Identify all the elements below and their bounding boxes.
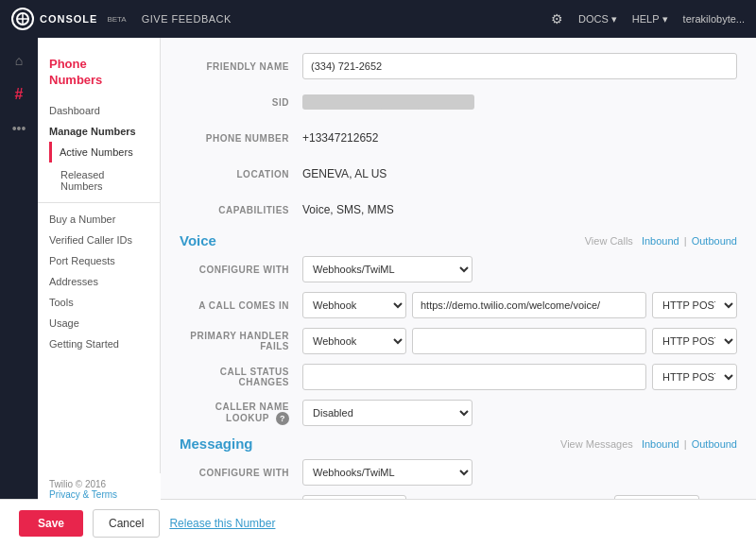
location-value: GENEVA, AL US: [302, 167, 387, 180]
settings-icon[interactable]: ⚙: [551, 11, 563, 26]
view-messages-inbound-link[interactable]: Inbound: [642, 438, 679, 450]
help-dropdown[interactable]: HELP ▾: [632, 13, 668, 26]
primary-handler-voice-label: PRIMARY HANDLER FAILS: [180, 331, 302, 351]
caller-name-row: CALLER NAME LOOKUP ? Disabled Enabled: [180, 400, 737, 426]
pipe-separator-2: |: [684, 438, 690, 450]
view-calls-inbound-link[interactable]: Inbound: [642, 235, 679, 247]
bottom-action-bar: Save Cancel Release this Number: [0, 499, 756, 547]
capabilities-label: CAPABILITIES: [180, 205, 302, 215]
icon-strip: ⌂ # •••: [0, 38, 38, 499]
sidebar-item-getting-started[interactable]: Getting Started: [38, 333, 160, 354]
app-title: CONSOLE: [40, 13, 97, 25]
messaging-title: Messaging: [180, 436, 253, 452]
call-status-row: CALL STATUS CHANGES HTTP POST HTTP GET: [180, 364, 737, 390]
sidebar-item-released-numbers[interactable]: Released Numbers: [38, 164, 160, 197]
sidebar-item-dashboard[interactable]: Dashboard: [38, 100, 160, 121]
call-url-input[interactable]: [412, 292, 646, 318]
view-messages-outbound-link[interactable]: Outbound: [692, 438, 737, 450]
call-comes-in-row: A CALL COMES IN Webhook HTTP POST HTTP G…: [180, 292, 737, 318]
sidebar-divider: [38, 202, 160, 203]
beta-badge: BETA: [107, 15, 126, 24]
message-http-select[interactable]: HTTP POST HTTP GET: [614, 495, 699, 499]
messaging-configure-label: CONFIGURE WITH: [180, 468, 302, 478]
sidebar-footer: Twilio © 2016 Privacy & Terms: [38, 473, 161, 505]
capabilities-value: Voice, SMS, MMS: [302, 203, 394, 216]
logo-icon: [11, 8, 34, 30]
sid-row: SID ████████: [180, 89, 737, 115]
logo: CONSOLE BETA: [11, 8, 127, 30]
primary-handler-voice-select[interactable]: Webhook: [302, 328, 406, 354]
sid-label: SID: [180, 97, 302, 108]
cancel-button[interactable]: Cancel: [93, 509, 160, 538]
sidebar-item-buy-number[interactable]: Buy a Number: [38, 209, 160, 230]
primary-handler-voice-http[interactable]: HTTP POST HTTP GET: [652, 328, 737, 354]
messaging-configure-row: CONFIGURE WITH Webhooks/TwiML TwiML Bin: [180, 459, 737, 486]
location-label: LOCATION: [180, 169, 302, 179]
voice-section-header: Voice View Calls Inbound | Outbound: [180, 232, 737, 248]
release-number-button[interactable]: Release this Number: [169, 517, 275, 530]
user-menu[interactable]: terakilobyte...: [683, 13, 745, 25]
help-icon: ?: [276, 412, 289, 425]
call-comes-in-label: A CALL COMES IN: [180, 300, 302, 311]
primary-handler-voice-row: PRIMARY HANDLER FAILS Webhook HTTP POST …: [180, 328, 737, 354]
phone-number-label: PHONE NUMBER: [180, 133, 302, 144]
give-feedback-link[interactable]: GIVE FEEDBACK: [142, 13, 232, 25]
sidebar-section-title: Phone Numbers: [38, 49, 160, 100]
footer-privacy[interactable]: Privacy & Terms: [49, 489, 149, 500]
main-layout: ⌂ # ••• Phone Numbers Dashboard Manage N…: [0, 38, 756, 499]
primary-handler-voice-input[interactable]: [412, 328, 646, 354]
hash-icon[interactable]: #: [4, 79, 34, 110]
message-comes-in-label: A MESSAGE COMES IN: [180, 498, 302, 499]
messaging-section-header: Messaging View Messages Inbound | Outbou…: [180, 436, 737, 452]
location-row: LOCATION GENEVA, AL US: [180, 161, 737, 187]
sidebar-item-tools[interactable]: Tools: [38, 292, 160, 313]
capabilities-row: CAPABILITIES Voice, SMS, MMS: [180, 197, 737, 223]
sidebar-item-usage[interactable]: Usage: [38, 313, 160, 333]
caller-name-select[interactable]: Disabled Enabled: [302, 400, 472, 426]
annotation-arrow: [391, 497, 486, 499]
main-content: FRIENDLY NAME SID ████████ PHONE NUMBER …: [161, 38, 756, 499]
home-icon[interactable]: ⌂: [4, 45, 34, 76]
phone-number-row: PHONE NUMBER +13347212652: [180, 125, 737, 151]
footer-copyright: Twilio © 2016: [49, 479, 149, 489]
view-calls-links: View Calls Inbound | Outbound: [583, 235, 737, 247]
friendly-name-row: FRIENDLY NAME: [180, 53, 737, 79]
view-calls-outbound-link[interactable]: Outbound: [692, 235, 737, 247]
more-icon[interactable]: •••: [4, 113, 34, 144]
docs-dropdown[interactable]: DOCS ▾: [578, 13, 617, 26]
phone-number-value: +13347212652: [302, 131, 378, 145]
friendly-name-input[interactable]: [302, 53, 737, 79]
voice-configure-select[interactable]: Webhooks/TwiML TwiML Bin: [302, 256, 472, 282]
sidebar-item-addresses[interactable]: Addresses: [38, 271, 160, 292]
call-type-select[interactable]: Webhook: [302, 292, 406, 318]
message-comes-in-row: A MESSAGE COMES IN Webhook your ngrok ur…: [180, 495, 737, 499]
call-http-select[interactable]: HTTP POST HTTP GET: [652, 292, 737, 318]
sid-value: ████████: [302, 94, 474, 110]
call-status-http[interactable]: HTTP POST HTTP GET: [652, 364, 737, 390]
caller-name-label: CALLER NAME LOOKUP ?: [180, 402, 302, 425]
sidebar-item-verified-caller[interactable]: Verified Caller IDs: [38, 230, 160, 250]
friendly-name-label: FRIENDLY NAME: [180, 61, 302, 72]
voice-configure-label: CONFIGURE WITH: [180, 265, 302, 275]
save-button[interactable]: Save: [19, 510, 83, 537]
sidebar-item-port-requests[interactable]: Port Requests: [38, 250, 160, 271]
sidebar-item-manage-numbers[interactable]: Manage Numbers: [38, 121, 160, 142]
pipe-separator: |: [684, 235, 690, 247]
top-navigation: CONSOLE BETA GIVE FEEDBACK ⚙ DOCS ▾ HELP…: [0, 0, 756, 38]
messaging-configure-select[interactable]: Webhooks/TwiML TwiML Bin: [302, 459, 472, 486]
call-status-label: CALL STATUS CHANGES: [180, 367, 302, 387]
voice-title: Voice: [180, 232, 216, 248]
voice-configure-row: CONFIGURE WITH Webhooks/TwiML TwiML Bin: [180, 256, 737, 282]
sidebar-item-active-numbers[interactable]: Active Numbers: [49, 142, 160, 162]
sidebar: Phone Numbers Dashboard Manage Numbers A…: [38, 38, 161, 499]
view-messages-links: View Messages Inbound | Outbound: [558, 438, 737, 450]
call-status-input[interactable]: [302, 364, 646, 390]
